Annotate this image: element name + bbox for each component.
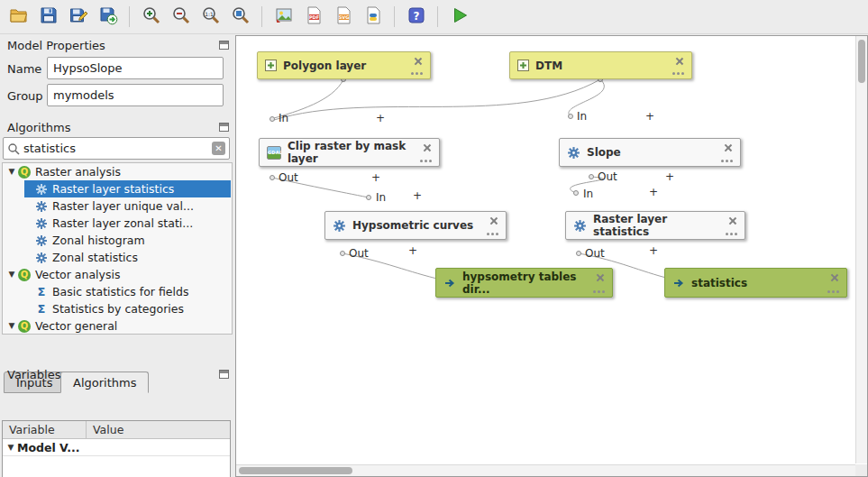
export-image-button[interactable] [270, 3, 297, 31]
zoom-out-button[interactable] [167, 3, 195, 31]
socket-in-label[interactable]: In [583, 188, 593, 200]
zoom-out-icon [171, 5, 191, 28]
save-model-in-project-button[interactable] [94, 3, 122, 31]
tree-item-raster-layer-unique-values[interactable]: Raster layer unique val... [24, 197, 231, 215]
left-dock: Model Properties Name Group Algorithms ✕… [0, 34, 233, 477]
export-script-button[interactable] [359, 3, 387, 31]
gear-icon [333, 219, 346, 233]
export-svg-button[interactable]: SVG [329, 3, 357, 31]
socket-out-label[interactable]: Out [598, 170, 617, 183]
tree-item-raster-layer-statistics[interactable]: Raster layer statistics [24, 180, 231, 197]
chevron-down-icon[interactable]: ▼ [5, 317, 18, 335]
output-arrow-icon [672, 277, 685, 289]
delete-node-icon[interactable] [413, 57, 422, 66]
node-options-icon[interactable] [726, 233, 737, 235]
model-canvas[interactable]: Polygon layer DTM In + In + GDAL Clip ra… [236, 36, 855, 463]
node-options-icon[interactable] [593, 290, 605, 293]
toolbar-separator [394, 6, 395, 27]
tree-group-raster-analysis[interactable]: ▼ Q Raster analysis [5, 163, 231, 180]
tree-item-zonal-histogram[interactable]: Zonal histogram [24, 232, 231, 249]
node-options-icon[interactable] [411, 72, 423, 75]
socket-in-label[interactable]: In [376, 191, 386, 204]
delete-node-icon[interactable] [422, 143, 431, 152]
expand-socket-icon[interactable]: + [408, 244, 417, 257]
float-panel-icon[interactable] [219, 123, 229, 132]
node-clip-raster-by-mask-layer[interactable]: GDAL Clip raster by mask layer [259, 138, 440, 167]
delete-node-icon[interactable] [489, 216, 498, 225]
save-in-project-icon [98, 5, 118, 28]
vertical-scrollbar-handle[interactable] [858, 40, 865, 83]
export-pdf-button[interactable]: PDF [299, 3, 327, 31]
node-options-icon[interactable] [487, 233, 498, 235]
node-slope[interactable]: Slope [559, 138, 741, 167]
variables-group-row[interactable]: ▼ Model V... [3, 439, 230, 456]
algorithms-title: Algorithms [7, 121, 70, 134]
tree-item-zonal-statistics[interactable]: Zonal statistics [24, 249, 231, 266]
expand-socket-icon[interactable]: + [376, 112, 385, 124]
expand-socket-icon[interactable]: + [371, 171, 380, 184]
gdal-icon: GDAL [267, 146, 281, 160]
node-options-icon[interactable] [672, 72, 684, 75]
socket-out-label[interactable]: Out [279, 171, 298, 184]
save-model-button[interactable] [34, 3, 62, 31]
save-as-icon [69, 5, 88, 28]
search-input[interactable] [20, 142, 212, 155]
delete-node-icon[interactable] [829, 273, 838, 282]
zoom-full-button[interactable] [226, 3, 254, 31]
delete-node-icon[interactable] [727, 216, 736, 225]
node-statistics-output[interactable]: statistics [664, 268, 847, 298]
expand-socket-icon[interactable]: + [649, 186, 658, 198]
svg-text:PDF: PDF [308, 14, 318, 20]
tree-group-vector-general[interactable]: ▼ Q Vector general [5, 317, 231, 335]
model-group-input[interactable] [47, 84, 224, 106]
node-hypsometry-tables-output[interactable]: hypsometry tables dir... [435, 268, 613, 298]
delete-node-icon[interactable] [674, 57, 683, 66]
run-model-button[interactable] [445, 3, 473, 31]
tree-item-statistics-by-categories[interactable]: Σ Statistics by categories [24, 300, 231, 317]
tree-item-basic-statistics-for-fields[interactable]: Σ Basic statistics for fields [24, 283, 231, 300]
socket-out-label[interactable]: Out [349, 247, 369, 260]
algorithms-tree: ▼ Q Raster analysis Raster layer statist… [2, 162, 233, 335]
sigma-icon: Σ [35, 300, 48, 317]
expand-socket-icon[interactable]: + [645, 110, 654, 123]
save-model-as-button[interactable] [64, 3, 92, 31]
delete-node-icon[interactable] [723, 143, 732, 152]
zoom-in-button[interactable] [137, 3, 165, 31]
tab-algorithms[interactable]: Algorithms [60, 372, 149, 393]
model-name-input[interactable] [47, 57, 224, 79]
node-hypsometric-curves[interactable]: Hypsometric curves [324, 211, 507, 240]
zoom-full-icon [231, 5, 251, 28]
model-properties-title: Model Properties [7, 39, 105, 52]
chevron-down-icon[interactable]: ▼ [5, 266, 18, 283]
node-options-icon[interactable] [721, 160, 733, 162]
expand-socket-icon[interactable]: + [413, 189, 422, 202]
horizontal-scrollbar-handle[interactable] [239, 467, 352, 474]
chevron-down-icon[interactable]: ▼ [5, 163, 18, 180]
node-dtm[interactable]: DTM [509, 51, 692, 79]
socket-in-label[interactable]: In [279, 112, 288, 124]
expand-socket-icon[interactable]: + [665, 170, 674, 183]
vertical-scrollbar[interactable] [855, 36, 867, 463]
socket-in-label[interactable]: In [577, 110, 587, 123]
open-model-button[interactable] [5, 3, 32, 31]
node-polygon-layer[interactable]: Polygon layer [257, 51, 431, 79]
float-panel-icon[interactable] [219, 370, 229, 379]
node-options-icon[interactable] [420, 160, 432, 162]
chevron-down-icon[interactable]: ▼ [5, 439, 17, 456]
tree-item-raster-layer-zonal-statistics[interactable]: Raster layer zonal stati... [24, 215, 231, 232]
column-value[interactable]: Value [87, 421, 130, 438]
node-options-icon[interactable] [827, 290, 839, 293]
tree-group-vector-analysis[interactable]: ▼ Q Vector analysis [5, 266, 231, 283]
expand-socket-icon[interactable]: + [649, 244, 658, 257]
help-icon: ? [407, 5, 426, 28]
delete-node-icon[interactable] [595, 273, 604, 282]
horizontal-scrollbar[interactable] [236, 464, 855, 476]
socket-out-label[interactable]: Out [585, 247, 605, 260]
zoom-actual-button[interactable]: 1:1 [196, 3, 224, 31]
node-raster-layer-statistics[interactable]: Raster layer statistics [565, 211, 745, 240]
column-variable[interactable]: Variable [3, 421, 87, 438]
edit-help-button[interactable]: ? [402, 3, 430, 31]
svg-text:SVG: SVG [338, 14, 349, 20]
float-panel-icon[interactable] [219, 41, 229, 50]
clear-search-icon[interactable]: ✕ [212, 142, 225, 155]
